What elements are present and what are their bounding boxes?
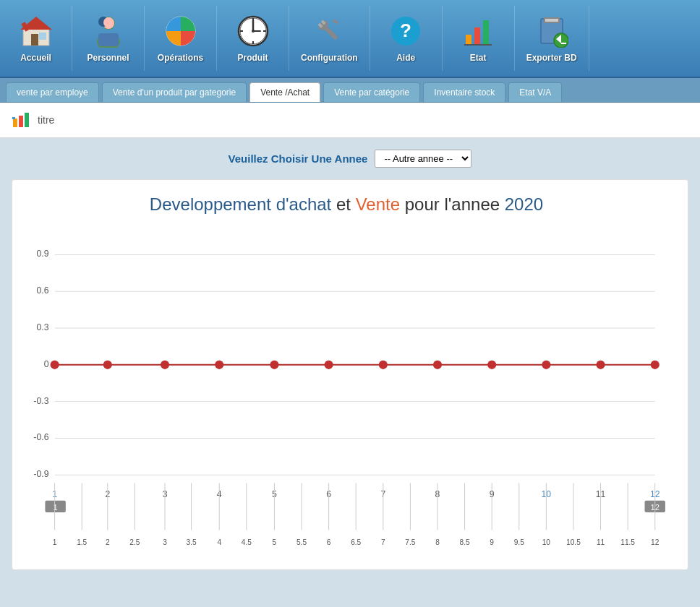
data-point-8 bbox=[433, 361, 442, 369]
svg-rect-3 bbox=[39, 33, 46, 40]
nav-accueil-label: Accueil bbox=[20, 53, 51, 63]
bx-1-5: 1.5 bbox=[77, 538, 87, 546]
page-header: titre bbox=[0, 103, 700, 138]
nav-operations-label: Opérations bbox=[158, 53, 203, 63]
y-label-06: 0.6 bbox=[37, 285, 49, 296]
chart-title: Developpement d'achat et Vente pour l'an… bbox=[27, 194, 666, 215]
svg-rect-2 bbox=[31, 34, 38, 46]
wrench-icon bbox=[312, 14, 346, 48]
tab-bar: vente par employe Vente d'un produit par… bbox=[0, 78, 700, 103]
data-point-2 bbox=[103, 361, 112, 369]
bx-12: 12 bbox=[651, 538, 660, 546]
nav-aide-label: Aide bbox=[396, 53, 415, 63]
bx-2: 2 bbox=[106, 538, 110, 546]
bx-2-5: 2.5 bbox=[129, 538, 140, 546]
nav-configuration-label: Configuration bbox=[301, 53, 358, 63]
y-label-m03: -0.3 bbox=[33, 396, 48, 406]
svg-point-10 bbox=[103, 17, 114, 27]
nav-etat[interactable]: Etat bbox=[443, 6, 515, 71]
svg-rect-8 bbox=[98, 33, 119, 46]
chart-title-year: 2020 bbox=[505, 194, 543, 214]
chart-container: Developpement d'achat et Vente pour l'an… bbox=[12, 179, 688, 570]
bx-7: 7 bbox=[381, 538, 385, 546]
house-icon bbox=[19, 14, 54, 48]
data-point-3 bbox=[161, 361, 169, 369]
y-label-m09: -0.9 bbox=[33, 469, 48, 479]
bx-10: 10 bbox=[542, 538, 551, 546]
tab-etat-va[interactable]: Etat V/A bbox=[508, 82, 562, 102]
data-point-11 bbox=[596, 361, 605, 369]
tab-vente-employe[interactable]: vente par employe bbox=[6, 82, 99, 102]
nav-aide[interactable]: ? Aide bbox=[370, 6, 443, 71]
top-navigation: Accueil Personnel bbox=[0, 0, 700, 78]
svg-rect-38 bbox=[13, 119, 17, 127]
bx-5-5: 5.5 bbox=[296, 538, 307, 546]
question-icon: ? bbox=[388, 14, 423, 48]
bx-3: 3 bbox=[163, 538, 167, 546]
tab-inventaire-stock[interactable]: Inventaire stock bbox=[423, 82, 505, 102]
bx-11-5: 11.5 bbox=[620, 538, 635, 546]
y-label-09: 0.9 bbox=[37, 249, 49, 259]
nav-personnel-label: Personnel bbox=[87, 53, 129, 63]
svg-rect-39 bbox=[19, 116, 23, 127]
nav-operations[interactable]: Opérations bbox=[145, 6, 217, 71]
data-point-10 bbox=[542, 361, 550, 369]
chart-title-achat: Developpement d'achat bbox=[150, 194, 331, 214]
tab-vente-achat[interactable]: Vente /Achat bbox=[249, 82, 320, 102]
main-content: Veuillez Choisir Une Annee -- Autre anne… bbox=[0, 138, 700, 607]
bx-9: 9 bbox=[490, 538, 494, 546]
bx-4: 4 bbox=[217, 538, 221, 546]
nav-accueil[interactable]: Accueil bbox=[0, 6, 72, 71]
chart-title-et: et bbox=[336, 194, 356, 214]
page-title: titre bbox=[38, 114, 54, 126]
tab-vente-produit-categorie[interactable]: Vente d'un produit par gategorie bbox=[102, 82, 247, 102]
person-icon bbox=[91, 14, 126, 48]
svg-rect-41 bbox=[12, 117, 15, 119]
bx-8-5: 8.5 bbox=[460, 538, 470, 546]
nav-produit[interactable]: Produit bbox=[217, 6, 289, 71]
chart-title-vente: Vente bbox=[356, 194, 400, 214]
svg-rect-29 bbox=[474, 27, 480, 45]
data-point-4 bbox=[215, 361, 223, 369]
bx-3-5: 3.5 bbox=[187, 538, 197, 546]
data-point-5 bbox=[270, 361, 278, 369]
svg-rect-34 bbox=[545, 19, 558, 22]
chart-svg-wrapper: 0.9 0.6 0.3 0 -0.3 -0.6 -0.9 bbox=[27, 236, 666, 555]
year-select[interactable]: -- Autre annee -- 2020 2021 2022 bbox=[375, 150, 471, 168]
header-icon bbox=[12, 108, 32, 132]
bx-5: 5 bbox=[273, 538, 277, 546]
data-point-9 bbox=[487, 361, 496, 369]
y-label-m06: -0.6 bbox=[33, 432, 48, 442]
bx-1: 1 bbox=[53, 538, 57, 546]
export-icon bbox=[534, 14, 569, 48]
bx-9-5: 9.5 bbox=[514, 538, 524, 546]
tab-vente-par-categorie[interactable]: Vente par catégorie bbox=[323, 82, 420, 102]
year-selector: Veuillez Choisir Une Annee -- Autre anne… bbox=[12, 150, 688, 168]
y-label-0: 0 bbox=[44, 359, 49, 369]
chart-svg: 0.9 0.6 0.3 0 -0.3 -0.6 -0.9 bbox=[27, 236, 666, 552]
operations-icon bbox=[163, 14, 198, 48]
chart-title-pour: pour l'annee bbox=[405, 194, 505, 214]
svg-text:?: ? bbox=[400, 20, 411, 41]
data-point-1 bbox=[51, 361, 59, 369]
bx-7-5: 7.5 bbox=[405, 538, 415, 546]
data-point-6 bbox=[325, 361, 333, 369]
nav-exporter-label: Exporter BD bbox=[526, 53, 577, 63]
nav-exporter[interactable]: Exporter BD bbox=[515, 6, 589, 71]
y-label-03: 0.3 bbox=[37, 322, 49, 332]
data-point-7 bbox=[379, 361, 388, 369]
bx-4-5: 4.5 bbox=[242, 538, 252, 546]
range-start-label: 1 bbox=[54, 503, 58, 512]
year-selector-label: Veuillez Choisir Une Annee bbox=[229, 152, 368, 165]
data-point-12 bbox=[651, 361, 660, 369]
bx-8: 8 bbox=[435, 538, 440, 546]
svg-rect-30 bbox=[483, 20, 489, 45]
svg-point-16 bbox=[252, 30, 255, 33]
bx-6: 6 bbox=[327, 538, 331, 546]
svg-rect-25 bbox=[333, 19, 339, 24]
bx-11: 11 bbox=[597, 538, 605, 546]
nav-personnel[interactable]: Personnel bbox=[72, 6, 145, 71]
nav-configuration[interactable]: Configuration bbox=[289, 6, 370, 71]
nav-produit-label: Produit bbox=[238, 53, 268, 63]
nav-etat-label: Etat bbox=[470, 53, 487, 63]
